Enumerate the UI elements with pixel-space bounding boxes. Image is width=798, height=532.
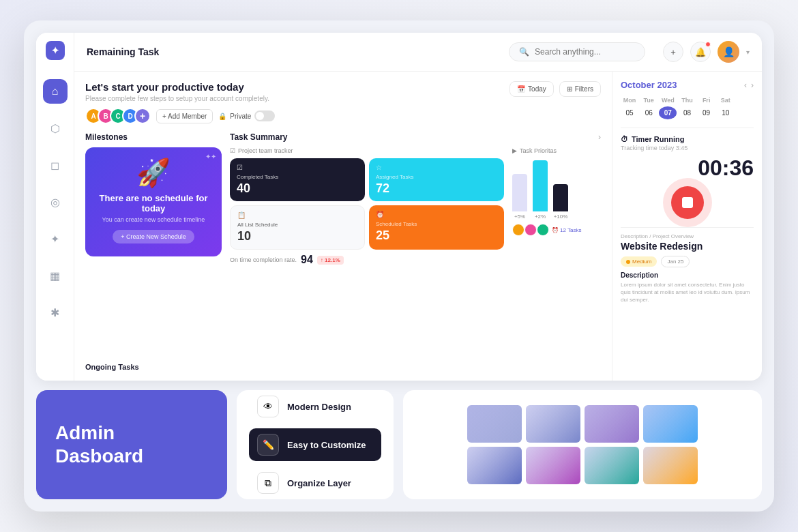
create-schedule-button[interactable]: + Create New Schedule — [113, 230, 194, 243]
milestone-subtext: You can create new schedule timeline — [102, 216, 205, 223]
timer-display: 00:36 — [621, 156, 754, 181]
feature-item-modern-design[interactable]: 👁 Modern Design — [249, 390, 381, 423]
chart-avatar-2 — [524, 224, 537, 236]
sidebar-item-calendar[interactable]: ▦ — [43, 263, 68, 288]
hero-controls: 📅 Today ⊞ Filters — [509, 81, 601, 97]
hero-subtext: Please complete few steps to setup your … — [85, 95, 275, 102]
completion-text: On time completion rate. — [230, 256, 297, 263]
sidebar-item-home[interactable]: ⌂ — [43, 79, 68, 104]
search-input[interactable] — [535, 47, 635, 57]
project-info: Description / Project Overview Website R… — [621, 227, 754, 304]
cal-day-10[interactable]: 10 — [717, 106, 735, 119]
stat-completed: ☑ Completed Tasks 40 — [230, 158, 365, 201]
preview-thumb-3 — [585, 405, 639, 443]
prioritas-label: ▶ Task Prioritas — [512, 147, 601, 154]
sidebar-item-users[interactable]: ◎ — [43, 190, 68, 214]
promo-card: Admin Dasboard — [36, 390, 227, 499]
task-summary-card: Task Summary › ☑ Project team tracker — [230, 132, 601, 352]
layer-icon: ⧉ — [257, 472, 279, 494]
main-content: Remaining Task 🔍 + 🔔 👤 ▾ — [74, 33, 762, 381]
timer-stop-button[interactable] — [671, 186, 704, 219]
stat-scheduled: ⏰ Scheduled Tasks 25 — [369, 205, 504, 250]
tracker-icon: ☑ — [230, 147, 235, 154]
avatar[interactable]: 👤 — [718, 41, 739, 63]
calendar-next[interactable]: › — [751, 80, 754, 90]
completion-row: On time completion rate. 94 ↑ 12.1% — [230, 254, 504, 266]
sidebar-item-monitor[interactable]: ⬡ — [43, 116, 68, 141]
avatar-chevron: ▾ — [746, 48, 750, 56]
cal-day-09[interactable]: 09 — [698, 106, 715, 119]
timer-section: ⏱ Timer Running Tracking time today 3:45… — [621, 128, 754, 219]
project-tags: Medium Jan 25 — [621, 256, 754, 267]
bar-group-3: +10% — [553, 184, 568, 220]
outer-card: ✦ ⌂ ⬡ ◻ ◎ ✦ ▦ ✱ Remaining Task 🔍 + 🔔 — [24, 20, 774, 512]
sidebar-item-tools[interactable]: ✱ — [43, 300, 68, 325]
preview-thumb-2 — [526, 405, 580, 443]
cal-header-fri: Fri — [698, 95, 715, 105]
cal-day-08[interactable]: 08 — [678, 106, 696, 119]
timer-label: ⏱ Timer Running — [621, 135, 754, 143]
search-bar[interactable]: 🔍 — [509, 42, 645, 61]
cal-day-05[interactable]: 05 — [621, 106, 638, 119]
bar-label-2: +2% — [535, 213, 546, 220]
completion-badge: ↑ 12.1% — [317, 256, 344, 265]
right-panel: October 2023 ‹ › Mon Tue Wed Thu — [612, 72, 762, 381]
stars-icon: ✦✦ — [205, 153, 216, 160]
add-button[interactable]: + — [663, 42, 683, 62]
sidebar-item-settings[interactable]: ✦ — [43, 226, 68, 251]
feature-item-easy-customize[interactable]: ✏️ Easy to Customize — [249, 428, 381, 461]
cal-header-mon: Mon — [621, 95, 638, 105]
milestones-card: Milestones ✦✦ There are no schedule for … — [85, 132, 222, 352]
cal-day-06[interactable]: 06 — [640, 106, 657, 119]
tag-medium: Medium — [621, 256, 657, 267]
toggle-switch[interactable] — [254, 110, 275, 121]
header-right: + 🔔 👤 ▾ — [663, 41, 750, 63]
cal-header-wed: Wed — [659, 95, 677, 105]
bar-group-1: +5% — [512, 174, 527, 220]
task-prioritas: ▶ Task Prioritas +5% — [512, 147, 601, 266]
cal-header-tue: Tue — [640, 95, 657, 105]
calendar-prev[interactable]: ‹ — [744, 80, 747, 90]
bar-chart: +5% +2% +10% — [512, 158, 601, 220]
preview-thumb-6 — [526, 447, 580, 484]
task-count-badge: ⏰ 12 Tasks — [552, 227, 581, 233]
hero-heading: Let's start your productive today — [85, 81, 275, 93]
filters-button[interactable]: ⊞ Filters — [559, 81, 601, 97]
feature-label-organize-layer: Organize Layer — [287, 478, 351, 488]
notification-button[interactable]: 🔔 — [690, 42, 711, 62]
hero-section: Let's start your productive today Please… — [85, 81, 601, 124]
calendar-section: October 2023 ‹ › Mon Tue Wed Thu — [621, 80, 754, 119]
tag-dot — [626, 260, 630, 264]
timer-sub: Tracking time today 3:45 — [621, 145, 754, 151]
video-icon: ▶ — [512, 147, 517, 154]
cal-day-07[interactable]: 07 — [659, 106, 677, 119]
calendar-header: October 2023 ‹ › — [621, 80, 754, 90]
avatar-add[interactable]: + — [134, 108, 151, 124]
feature-label-easy-customize: Easy to Customize — [287, 440, 366, 450]
cal-header-sat: Sat — [717, 95, 735, 105]
features-card: 👁 Modern Design ✏️ Easy to Customize ⧉ O… — [237, 390, 394, 499]
bar-1 — [512, 174, 527, 211]
bottom-section: Admin Dasboard 👁 Modern Design ✏️ Easy t… — [36, 390, 762, 499]
sidebar-item-chat[interactable]: ◻ — [43, 153, 68, 177]
schedule-icon: 📋 — [237, 211, 357, 219]
feature-item-organize-layer[interactable]: ⧉ Organize Layer — [249, 467, 381, 499]
sidebar: ✦ ⌂ ⬡ ◻ ◎ ✦ ▦ ✱ — [36, 33, 74, 381]
sidebar-logo: ✦ — [46, 41, 65, 60]
member-avatars: A B C D + — [85, 108, 151, 124]
task-content: ☑ Project team tracker ☑ Completed Tasks… — [230, 147, 601, 266]
add-member-button[interactable]: + Add Member — [156, 109, 213, 123]
preview-grid — [459, 397, 706, 492]
scheduled-value: 25 — [376, 228, 497, 243]
assigned-label: Assigned Tasks — [376, 174, 497, 180]
calendar-month: October 2023 — [621, 80, 677, 90]
bar-label-1: +5% — [514, 213, 525, 220]
ongoing-tasks-label: Ongoing Tasks — [85, 360, 601, 371]
promo-title: Admin Dasboard — [55, 422, 208, 467]
clock-icon: ⏱ — [621, 135, 628, 143]
stop-icon — [682, 197, 693, 208]
bar-group-2: +2% — [533, 160, 548, 220]
cal-header-placeholder — [736, 95, 754, 105]
today-button[interactable]: 📅 Today — [509, 81, 554, 97]
bar-label-3: +10% — [554, 213, 568, 220]
